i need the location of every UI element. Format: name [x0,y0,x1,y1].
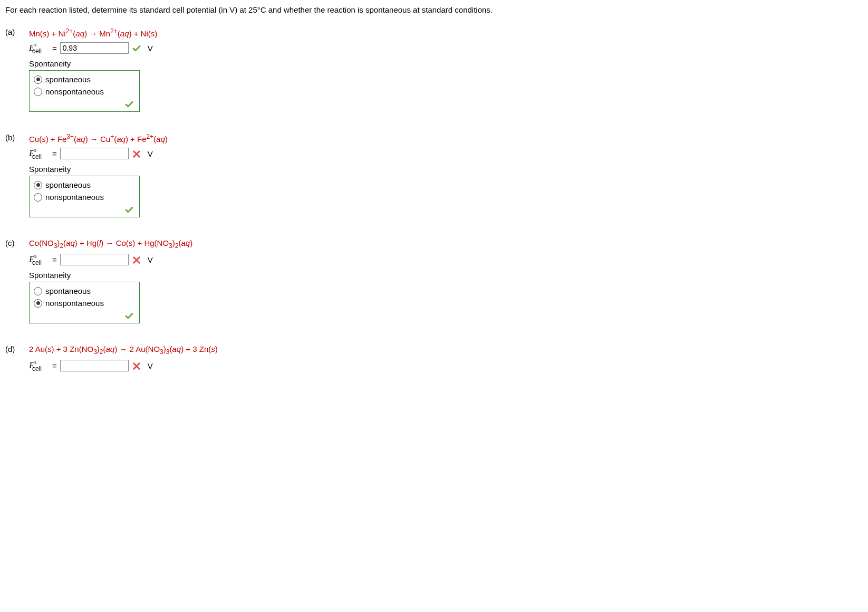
spontaneity-label: Spontaneity [29,271,863,280]
unit-v: V [148,255,153,264]
ecell-symbol: Eocell [29,360,47,371]
check-icon [34,205,134,215]
equals-sign: = [52,361,57,370]
ecell-symbol: Eocell [29,254,47,265]
radio-label: spontaneous [45,286,91,295]
part-c: (c) Co(NO3)2(aq) + Hg(l) → Co(s) + Hg(NO… [5,238,863,323]
radio-label: nonspontaneous [45,87,104,96]
radio-nonspontaneous-b[interactable]: nonspontaneous [34,193,134,202]
part-a: (a) Mn(s) + Ni2+(aq) → Mn2+(aq) + Ni(s) … [5,27,863,112]
ecell-input-d[interactable] [60,360,129,371]
part-a-label: (a) [5,27,29,112]
equation-c: Co(NO3)2(aq) + Hg(l) → Co(s) + Hg(NO3)2(… [29,238,863,250]
spontaneity-label: Spontaneity [29,165,863,174]
radio-nonspontaneous-c[interactable]: nonspontaneous [34,299,134,308]
cross-icon [132,149,141,159]
check-icon [34,311,134,321]
ecell-input-a[interactable] [60,42,129,54]
unit-v: V [148,149,153,158]
unit-v: V [148,44,153,53]
part-c-label: (c) [5,238,29,323]
part-d: (d) 2 Au(s) + 3 Zn(NO3)2(aq) → 2 Au(NO3)… [5,345,863,377]
radio-label: nonspontaneous [45,299,104,308]
equals-sign: = [52,44,57,53]
radio-spontaneous-c[interactable]: spontaneous [34,286,134,295]
equals-sign: = [52,149,57,158]
radio-spontaneous-a[interactable]: spontaneous [34,75,134,84]
ecell-symbol: Eocell [29,148,47,159]
ecell-symbol: Eocell [29,43,47,53]
unit-v: V [148,361,153,370]
spontaneity-label: Spontaneity [29,59,863,68]
radio-label: spontaneous [45,180,91,189]
radio-label: spontaneous [45,75,91,84]
radio-spontaneous-b[interactable]: spontaneous [34,180,134,189]
equals-sign: = [52,255,57,264]
cross-icon [132,361,141,371]
part-b: (b) Cu(s) + Fe3+(aq) → Cu+(aq) + Fe2+(aq… [5,133,863,217]
radio-nonspontaneous-a[interactable]: nonspontaneous [34,87,134,96]
ecell-input-c[interactable] [60,254,129,265]
part-b-label: (b) [5,133,29,217]
question-intro: For each reaction listed, determine its … [5,5,863,14]
part-d-label: (d) [5,345,29,377]
spontaneity-box-b: spontaneous nonspontaneous [29,176,140,217]
cross-icon [132,255,141,265]
radio-label: nonspontaneous [45,193,104,202]
equation-d: 2 Au(s) + 3 Zn(NO3)2(aq) → 2 Au(NO3)3(aq… [29,345,863,356]
equation-a: Mn(s) + Ni2+(aq) → Mn2+(aq) + Ni(s) [29,27,863,38]
check-icon [34,99,134,109]
spontaneity-box-a: spontaneous nonspontaneous [29,70,140,112]
equation-b: Cu(s) + Fe3+(aq) → Cu+(aq) + Fe2+(aq) [29,133,863,144]
check-icon [132,43,141,53]
spontaneity-box-c: spontaneous nonspontaneous [29,282,140,323]
ecell-input-b[interactable] [60,148,129,159]
